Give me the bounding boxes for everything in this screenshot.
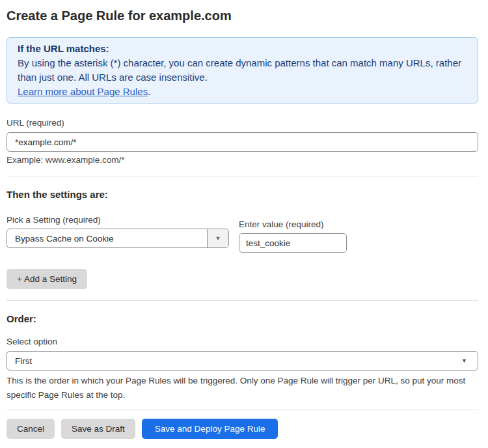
order-select-value: First xyxy=(15,356,32,366)
settings-section-heading: Then the settings are: xyxy=(7,189,478,201)
url-match-info-box: If the URL matches: By using the asteris… xyxy=(7,37,478,104)
setting-select[interactable]: Bypass Cache on Cookie ▼ xyxy=(7,229,229,248)
cancel-button[interactable]: Cancel xyxy=(7,419,55,439)
order-select-label: Select option xyxy=(7,337,478,347)
enter-value-label: Enter value (required) xyxy=(239,219,347,230)
order-section-heading: Order: xyxy=(7,313,478,325)
info-box-link-line: Learn more about Page Rules. xyxy=(18,85,467,99)
learn-more-link[interactable]: Learn more about Page Rules xyxy=(18,86,148,97)
url-label: URL (required) xyxy=(7,118,478,128)
link-suffix-text: . xyxy=(148,86,150,97)
save-draft-button[interactable]: Save as Draft xyxy=(61,419,135,439)
pick-setting-label: Pick a Setting (required) xyxy=(7,215,229,225)
create-page-rule-panel: Create a Page Rule for example.com If th… xyxy=(0,8,488,439)
save-deploy-button[interactable]: Save and Deploy Page Rule xyxy=(142,419,278,439)
url-helper-text: Example: www.example.com/* xyxy=(7,156,478,165)
footer-actions: Cancel Save as Draft Save and Deploy Pag… xyxy=(7,419,478,439)
setting-select-value: Bypass Cache on Cookie xyxy=(7,229,207,247)
url-input[interactable] xyxy=(7,132,478,152)
info-box-body: By using the asterisk (*) character, you… xyxy=(18,56,467,85)
setting-picker-column: Pick a Setting (required) Bypass Cache o… xyxy=(7,215,229,248)
add-setting-button[interactable]: + Add a Setting xyxy=(7,269,87,289)
divider xyxy=(7,300,478,301)
divider xyxy=(7,410,478,410)
info-box-heading: If the URL matches: xyxy=(18,42,467,56)
order-select[interactable]: First ▼ xyxy=(7,351,478,371)
setting-value-column: Enter value (required) xyxy=(239,219,347,253)
settings-row: Pick a Setting (required) Bypass Cache o… xyxy=(7,215,478,253)
divider xyxy=(7,176,478,176)
setting-value-input[interactable] xyxy=(239,233,347,253)
order-helper-text: This is the order in which your Page Rul… xyxy=(7,374,475,402)
chevron-down-icon: ▼ xyxy=(461,357,467,364)
chevron-down-icon: ▼ xyxy=(207,229,228,247)
page-title: Create a Page Rule for example.com xyxy=(7,8,478,23)
